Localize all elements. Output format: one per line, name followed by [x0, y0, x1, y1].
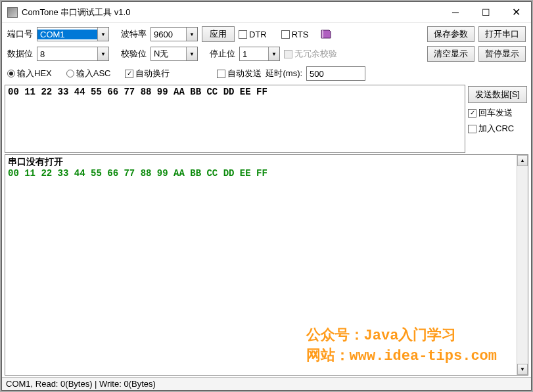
send-panel: 00 11 22 33 44 55 66 77 88 99 AA BB CC D…: [5, 85, 528, 153]
close-button[interactable]: ✕: [501, 2, 531, 22]
enter-send-label: 回车发送: [478, 107, 513, 119]
recv-textarea[interactable]: 串口没有打开 00 11 22 33 44 55 66 77 88 99 AA …: [5, 155, 517, 375]
port-combo[interactable]: COM1 ▼: [37, 27, 109, 41]
pause-display-button[interactable]: 暂停显示: [478, 46, 526, 62]
auto-send-label: 自动发送: [227, 68, 262, 79]
rts-check[interactable]: RTS: [281, 30, 309, 39]
input-asc-radio[interactable]: 输入ASC: [66, 68, 111, 79]
input-hex-label: 输入HEX: [17, 68, 52, 79]
checkbox-icon: [468, 125, 476, 133]
recv-status-line: 串口没有打开: [8, 156, 514, 168]
databits-combo[interactable]: 8 ▼: [37, 47, 109, 61]
chevron-down-icon[interactable]: ▼: [97, 47, 108, 60]
maximize-button[interactable]: ☐: [471, 2, 501, 22]
open-port-button[interactable]: 打开串口: [478, 26, 526, 42]
watermark-line2: 网站：www.idea-tips.com: [306, 347, 497, 367]
chevron-down-icon[interactable]: ▼: [97, 28, 108, 41]
add-crc-label: 加入CRC: [478, 123, 514, 135]
auto-send-check[interactable]: 自动发送: [217, 68, 262, 79]
watermark: 公众号：Java入门学习 网站：www.idea-tips.com: [306, 326, 497, 367]
stopbits-label: 停止位: [210, 48, 235, 60]
scroll-down-icon[interactable]: ▼: [517, 364, 528, 375]
baud-value: 9600: [151, 30, 186, 39]
databits-value: 8: [37, 49, 97, 59]
stopbits-combo[interactable]: 1 ▼: [239, 47, 280, 61]
auto-wrap-check[interactable]: ✓ 自动换行: [125, 68, 170, 79]
recv-data-line: 00 11 22 33 44 55 66 77 88 99 AA BB CC D…: [8, 168, 514, 179]
watermark-line1: 公众号：Java入门学习: [306, 326, 497, 347]
radio-icon: [66, 70, 74, 77]
dtr-check[interactable]: DTR: [239, 30, 267, 39]
panels: 00 11 22 33 44 55 66 77 88 99 AA BB CC D…: [2, 85, 531, 377]
parity-value: N无: [151, 48, 186, 60]
checkbox-icon: [281, 30, 290, 39]
clear-display-button[interactable]: 清空显示: [427, 46, 475, 62]
auto-wrap-label: 自动换行: [135, 68, 170, 79]
chevron-down-icon[interactable]: ▼: [268, 47, 279, 60]
titlebar: ComTone 串口调试工具 v1.0 ─ ☐ ✕: [2, 2, 531, 23]
help-icon[interactable]: [320, 28, 333, 40]
status-text: COM1, Read: 0(Bytes) | Write: 0(Bytes): [6, 379, 156, 389]
save-params-button[interactable]: 保存参数: [427, 26, 475, 42]
checkbox-icon: ✓: [468, 109, 476, 118]
add-crc-check[interactable]: 加入CRC: [468, 123, 528, 135]
port-value: COM1: [37, 30, 97, 39]
recv-panel: 串口没有打开 00 11 22 33 44 55 66 77 88 99 AA …: [5, 154, 528, 376]
no-redundant-check: 无冗余校验: [284, 48, 337, 60]
app-window: ComTone 串口调试工具 v1.0 ─ ☐ ✕ 端口号 COM1 ▼ 波特率…: [1, 1, 532, 391]
scroll-up-icon[interactable]: ▲: [517, 155, 528, 166]
chevron-down-icon[interactable]: ▼: [186, 28, 197, 41]
checkbox-icon: [284, 50, 292, 58]
parity-label: 校验位: [121, 48, 147, 60]
input-asc-label: 输入ASC: [76, 68, 111, 79]
baud-combo[interactable]: 9600 ▼: [151, 27, 198, 41]
send-data-button[interactable]: 发送数据[S]: [468, 86, 527, 103]
baud-label: 波特率: [121, 28, 147, 40]
checkbox-icon: [239, 30, 247, 39]
window-controls: ─ ☐ ✕: [440, 2, 531, 22]
scrollbar[interactable]: ▲ ▼: [517, 155, 528, 375]
databits-label: 数据位: [7, 48, 33, 60]
radio-icon: [7, 70, 15, 77]
chevron-down-icon[interactable]: ▼: [186, 47, 197, 60]
send-side: 发送数据[S] ✓ 回车发送 加入CRC: [468, 85, 528, 153]
stopbits-value: 1: [240, 49, 268, 59]
config-row-1: 端口号 COM1 ▼ 波特率 9600 ▼ 应用 DTR RTS: [7, 26, 526, 43]
delay-label: 延时(ms):: [266, 68, 302, 79]
port-label: 端口号: [7, 28, 33, 40]
parity-combo[interactable]: N无 ▼: [151, 47, 198, 61]
checkbox-icon: ✓: [125, 70, 133, 78]
input-hex-radio[interactable]: 输入HEX: [7, 68, 52, 79]
app-icon: [7, 7, 18, 18]
checkbox-icon: [217, 70, 225, 78]
apply-button[interactable]: 应用: [202, 26, 235, 42]
toolbar: 端口号 COM1 ▼ 波特率 9600 ▼ 应用 DTR RTS: [2, 23, 531, 85]
statusbar: COM1, Read: 0(Bytes) | Write: 0(Bytes): [2, 377, 531, 390]
send-textarea[interactable]: 00 11 22 33 44 55 66 77 88 99 AA BB CC D…: [5, 85, 465, 153]
minimize-button[interactable]: ─: [440, 2, 471, 22]
config-row-2: 数据位 8 ▼ 校验位 N无 ▼ 停止位 1 ▼ 无冗余校验 清空显示: [7, 45, 526, 62]
window-title: ComTone 串口调试工具 v1.0: [22, 7, 440, 18]
no-redundant-label: 无冗余校验: [294, 48, 337, 60]
rts-label: RTS: [292, 30, 309, 39]
delay-input[interactable]: [306, 66, 365, 81]
enter-send-check[interactable]: ✓ 回车发送: [468, 107, 528, 119]
config-row-3: 输入HEX 输入ASC ✓ 自动换行 自动发送 延时(ms):: [7, 65, 526, 82]
dtr-label: DTR: [249, 30, 267, 39]
